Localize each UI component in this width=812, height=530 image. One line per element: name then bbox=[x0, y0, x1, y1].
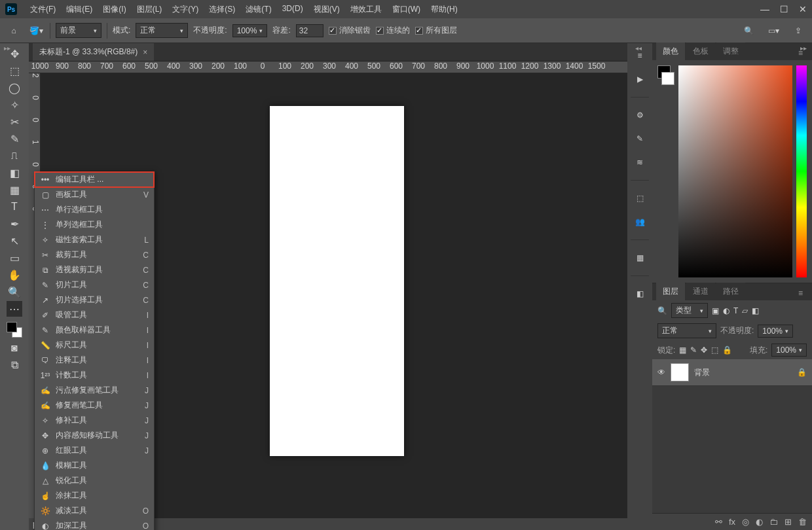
layer-opacity-field[interactable]: 100% bbox=[758, 325, 793, 338]
dock-icon[interactable]: ▦ bbox=[633, 251, 647, 265]
filter-shape-icon[interactable]: ▱ bbox=[742, 306, 748, 315]
collapse-right-icon[interactable]: ▸▸ bbox=[800, 44, 807, 52]
quickmask-tool[interactable]: ◙ bbox=[7, 340, 22, 356]
menu-item[interactable]: 文件(F) bbox=[25, 4, 61, 15]
shape-tool[interactable]: ▭ bbox=[7, 250, 22, 266]
filter-smart-icon[interactable]: ◧ bbox=[752, 306, 759, 315]
workspace-icon[interactable]: ▭▾ bbox=[765, 22, 782, 39]
context-item[interactable]: 🔆减淡工具O bbox=[35, 503, 154, 518]
adjustment-icon[interactable]: ◐ bbox=[756, 517, 763, 527]
contiguous-checkbox[interactable]: 连续的 bbox=[376, 25, 410, 36]
crop-tool[interactable]: ✂ bbox=[7, 114, 22, 130]
menu-item[interactable]: 滤镜(T) bbox=[240, 4, 276, 15]
context-item[interactable]: ✐吸管工具I bbox=[35, 308, 154, 323]
context-item[interactable]: ✍修复画笔工具J bbox=[35, 398, 154, 413]
blend-mode-dropdown[interactable]: 正常 bbox=[657, 323, 716, 338]
context-item[interactable]: •••编辑工具栏 ... bbox=[35, 172, 154, 187]
lock-icon[interactable]: 🔒 bbox=[797, 368, 807, 377]
dock-icon[interactable]: ◧ bbox=[633, 287, 647, 301]
panel-swatch[interactable] bbox=[657, 65, 674, 277]
layer-row[interactable]: 👁 背景 🔒 bbox=[652, 359, 812, 386]
menu-item[interactable]: 视图(V) bbox=[308, 4, 345, 15]
menu-item[interactable]: 增效工具 bbox=[345, 4, 387, 15]
menu-item[interactable]: 选择(S) bbox=[204, 4, 240, 15]
context-item[interactable]: ◐加深工具O bbox=[35, 518, 154, 530]
context-item[interactable]: ✧磁性套索工具L bbox=[35, 232, 154, 247]
menu-item[interactable]: 文字(Y) bbox=[167, 4, 204, 15]
context-item[interactable]: ⧉透视裁剪工具C bbox=[35, 262, 154, 277]
menu-item[interactable]: 帮助(H) bbox=[426, 4, 463, 15]
share-icon[interactable]: ⇪ bbox=[790, 22, 807, 39]
context-item[interactable]: ⊕红眼工具J bbox=[35, 443, 154, 458]
context-item[interactable]: ✎切片工具C bbox=[35, 277, 154, 292]
context-item[interactable]: ▢画板工具V bbox=[35, 187, 154, 202]
layer-filter-dropdown[interactable]: 类型 bbox=[671, 303, 708, 318]
panel-menu-icon[interactable]: ≡ bbox=[793, 286, 808, 300]
context-item[interactable]: ⋯单行选框工具 bbox=[35, 202, 154, 217]
dock-icon[interactable]: 👥 bbox=[633, 215, 647, 229]
minimize-icon[interactable]: — bbox=[760, 4, 769, 14]
color-field[interactable] bbox=[678, 65, 792, 277]
context-item[interactable]: 💧模糊工具 bbox=[35, 458, 154, 473]
delete-icon[interactable]: 🗑 bbox=[798, 517, 807, 527]
context-item[interactable]: ✍污点修复画笔工具J bbox=[35, 383, 154, 398]
gradient-tool[interactable]: ▦ bbox=[7, 182, 22, 198]
mode-dropdown[interactable]: 正常 bbox=[136, 23, 188, 38]
hue-slider[interactable] bbox=[796, 65, 807, 277]
lock-position-icon[interactable]: ✎ bbox=[690, 345, 697, 355]
type-tool[interactable]: T bbox=[7, 199, 22, 215]
lock-all-icon[interactable]: 🔒 bbox=[722, 345, 732, 355]
close-tab-icon[interactable]: × bbox=[143, 48, 147, 57]
tab-layers[interactable]: 图层 bbox=[656, 283, 685, 300]
hand-tool[interactable]: ✋ bbox=[7, 267, 22, 283]
lock-pixels-icon[interactable]: ▦ bbox=[679, 345, 686, 355]
maximize-icon[interactable]: ☐ bbox=[780, 4, 788, 14]
tolerance-field[interactable]: 32 bbox=[296, 24, 323, 37]
menu-item[interactable]: 图层(L) bbox=[132, 4, 168, 15]
dock-icon[interactable]: ▶ bbox=[633, 72, 647, 86]
context-item[interactable]: 🗨注释工具I bbox=[35, 353, 154, 368]
color-swatch[interactable] bbox=[5, 321, 24, 339]
context-item[interactable]: ✥内容感知移动工具J bbox=[35, 428, 154, 443]
stamp-tool[interactable]: ⎍ bbox=[7, 148, 22, 164]
context-item[interactable]: 📏标尺工具I bbox=[35, 338, 154, 353]
visibility-icon[interactable]: 👁 bbox=[657, 368, 665, 377]
menu-item[interactable]: 图像(I) bbox=[98, 4, 131, 15]
all-layers-checkbox[interactable]: 所有图层 bbox=[415, 25, 457, 36]
menu-item[interactable]: 3D(D) bbox=[277, 4, 308, 15]
move-tool[interactable]: ✥ bbox=[7, 46, 22, 62]
context-item[interactable]: △锐化工具 bbox=[35, 473, 154, 488]
context-item[interactable]: ✂裁剪工具C bbox=[35, 247, 154, 262]
wand-tool[interactable]: ✧ bbox=[7, 97, 22, 113]
context-item[interactable]: ⋮单列选框工具 bbox=[35, 217, 154, 232]
collapse-dock-icon[interactable]: ◂◂ bbox=[635, 44, 642, 52]
tab-swatches[interactable]: 色板 bbox=[686, 43, 715, 60]
dock-icon[interactable]: ⚙ bbox=[633, 108, 647, 122]
layer-thumbnail[interactable] bbox=[671, 363, 689, 381]
brush-tool[interactable]: ✎ bbox=[7, 131, 22, 147]
dock-icon[interactable]: ✎ bbox=[633, 132, 647, 146]
link-icon[interactable]: ⚯ bbox=[715, 517, 722, 527]
opacity-field[interactable]: 100% bbox=[232, 24, 268, 37]
fill-field[interactable]: 100% bbox=[771, 344, 807, 357]
tab-channels[interactable]: 通道 bbox=[686, 283, 715, 300]
search-icon[interactable]: 🔍 bbox=[740, 22, 757, 39]
context-item[interactable]: ☝涂抹工具 bbox=[35, 488, 154, 503]
lock-artboard-icon[interactable]: ⬚ bbox=[711, 345, 718, 355]
mask-icon[interactable]: ◎ bbox=[742, 517, 749, 527]
context-item[interactable]: ✎颜色取样器工具I bbox=[35, 323, 154, 338]
edit-toolbar-tool[interactable]: ⋯ bbox=[7, 301, 22, 317]
close-icon[interactable]: ✕ bbox=[799, 4, 807, 14]
bucket-icon[interactable]: 🪣▾ bbox=[28, 22, 45, 39]
tab-color[interactable]: 颜色 bbox=[656, 43, 685, 60]
dock-icon[interactable]: ≋ bbox=[633, 155, 647, 169]
context-item[interactable]: ✧修补工具J bbox=[35, 413, 154, 428]
context-item[interactable]: ↗切片选择工具C bbox=[35, 292, 154, 308]
dock-icon[interactable]: ⬚ bbox=[633, 191, 647, 205]
lock-move-icon[interactable]: ✥ bbox=[701, 345, 707, 355]
filter-adjust-icon[interactable]: ◐ bbox=[723, 306, 729, 315]
home-icon[interactable]: ⌂ bbox=[5, 22, 22, 39]
tab-adjustments[interactable]: 调整 bbox=[716, 43, 745, 60]
filter-pixel-icon[interactable]: ▣ bbox=[712, 306, 719, 315]
path-tool[interactable]: ↖ bbox=[7, 233, 22, 249]
